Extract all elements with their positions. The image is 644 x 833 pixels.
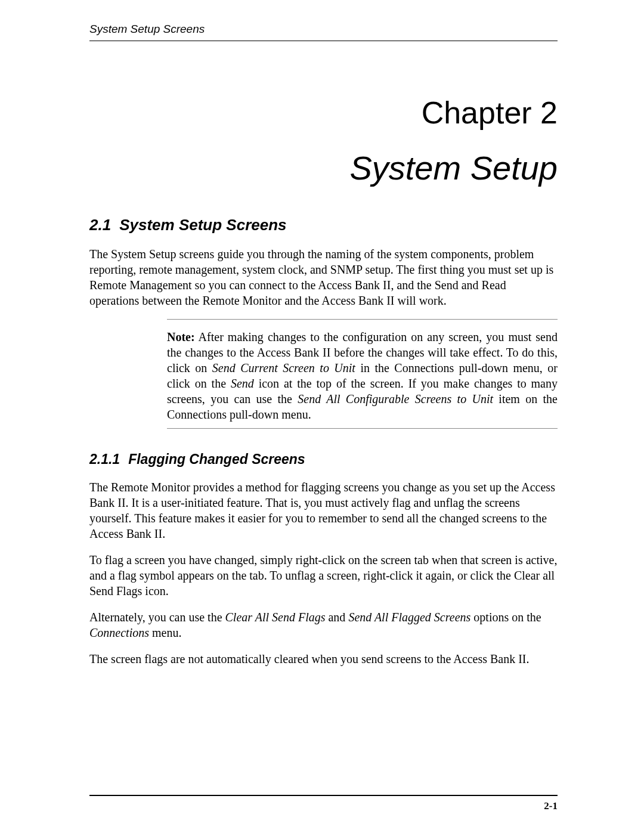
section-2-1-1-para3: Alternately, you can use the Clear All S…	[89, 609, 558, 640]
note-italic1: Send Current Screen to Unit	[212, 361, 355, 374]
p3-c: options on the	[470, 611, 541, 624]
section-2-1-1-para1: The Remote Monitor provides a method for…	[89, 479, 558, 541]
chapter-number: Chapter 2	[89, 95, 558, 131]
note-italic3: Send All Configurable Screens to Unit	[298, 392, 493, 405]
header-rule	[89, 41, 558, 41]
note-top-rule	[167, 319, 558, 320]
chapter-title: System Setup	[89, 148, 558, 187]
section-title: System Setup Screens	[119, 216, 286, 234]
section-2-1-1-para4: The screen flags are not automatically c…	[89, 651, 558, 667]
subsection-number: 2.1.1	[89, 451, 120, 467]
p3-i1: Clear All Send Flags	[225, 611, 326, 624]
subsection-heading-2-1-1: 2.1.1Flagging Changed Screens	[89, 451, 558, 467]
footer-rule	[89, 795, 558, 796]
note-text: Note: After making changes to the config…	[167, 329, 558, 422]
p3-b: and	[325, 611, 348, 624]
p3-d: menu.	[149, 626, 181, 639]
section-2-1-1-para2: To flag a screen you have changed, simpl…	[89, 552, 558, 599]
section-2-1-para1: The System Setup screens guide you throu…	[89, 246, 558, 308]
p3-i2: Send All Flagged Screens	[348, 611, 470, 624]
subsection-title: Flagging Changed Screens	[128, 451, 305, 467]
note-block: Note: After making changes to the config…	[167, 319, 558, 429]
note-label: Note:	[167, 330, 195, 343]
running-header: System Setup Screens	[89, 23, 558, 36]
note-bottom-rule	[167, 428, 558, 429]
p3-a: Alternately, you can use the	[89, 611, 225, 624]
note-italic2: Send	[231, 377, 254, 390]
page-number: 2-1	[544, 800, 558, 812]
p3-i3: Connections	[89, 626, 149, 639]
section-heading-2-1: 2.1System Setup Screens	[89, 216, 558, 234]
section-number: 2.1	[89, 216, 111, 234]
